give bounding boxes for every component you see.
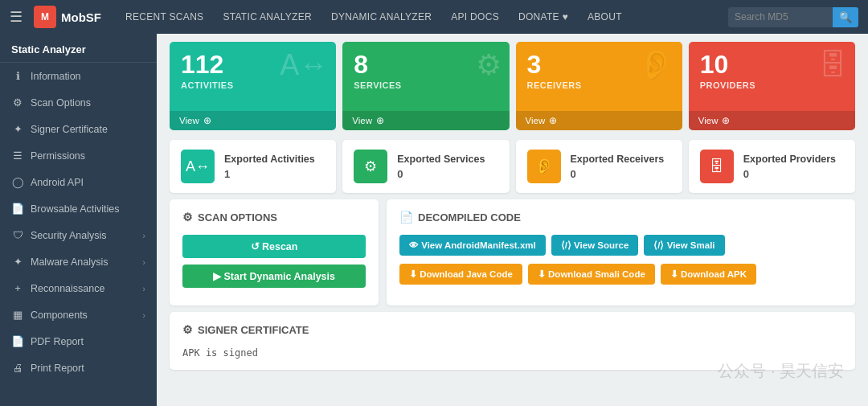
topnav-logo: M MobSF [34,6,101,28]
sidebar-item-malware-analysis[interactable]: ✦ Malware Analysis › [0,248,157,275]
rescan-button[interactable]: ↺ Rescan [182,235,366,258]
nav-api-docs[interactable]: API DOCS [443,6,507,27]
stat-card-services: ⚙ 8 SERVICES View ⊕ [342,42,509,130]
chevron-right-icon: › [142,284,145,293]
nav-static-analyzer[interactable]: STATIC ANALYZER [215,6,320,27]
list-icon: ☰ [11,150,24,162]
stat-cards-row: A↔ 112 ACTIVITIES View ⊕ ⚙ 8 SERVICES Vi… [157,34,868,135]
sidebar-item-reconnaissance[interactable]: + Reconnaissance › [0,275,157,301]
nav-donate[interactable]: DONATE ♥ [510,6,576,27]
arrow-right-icon: ⊕ [376,115,384,126]
shield-icon: 🛡 [11,229,24,241]
view-smali-button[interactable]: ⟨/⟩ View Smali [644,235,724,256]
arrow-right-icon: ⊕ [722,115,730,126]
exported-activities-title: Exported Activities [224,153,315,166]
exported-providers-title: Exported Providers [743,153,836,166]
topnav: ☰ M MobSF RECENT SCANS STATIC ANALYZER D… [0,0,868,34]
hamburger-icon[interactable]: ☰ [10,8,23,26]
exported-services-info: Exported Services 0 [397,153,485,179]
activities-bg-icon: A↔ [280,48,328,82]
android-icon: ◯ [11,176,24,188]
sidebar-item-permissions[interactable]: ☰ Permissions [0,142,157,169]
sidebar-item-information[interactable]: ℹ Information [0,63,157,89]
nav-recent-scans[interactable]: RECENT SCANS [117,6,211,27]
signer-section: ⚙ SIGNER CERTIFICATE APK is signed [157,312,868,376]
chevron-right-icon: › [142,310,145,320]
sidebar-item-label: Reconnaissance [31,283,136,294]
print-icon: 🖨 [11,362,24,374]
logo-text: MobSF [61,10,101,24]
signer-icon: ⚙ [182,323,193,336]
sidebar-item-label: Components [31,310,136,321]
download-smali-button[interactable]: ⬇ Download Smali Code [528,264,655,285]
receivers-view-button[interactable]: View ⊕ [516,111,682,130]
export-card-receivers: 👂 Exported Receivers 0 [516,140,682,193]
grid-icon: ▦ [11,309,24,321]
export-card-providers: 🗄 Exported Providers 0 [689,140,855,193]
signer-certificate-title: ⚙ SIGNER CERTIFICATE [182,323,842,336]
exported-activities-info: Exported Activities 1 [224,153,315,179]
signer-certificate-panel: ⚙ SIGNER CERTIFICATE APK is signed [170,312,855,370]
decompiled-code-title-text: DECOMPILED CODE [418,211,521,224]
sidebar-item-scan-options[interactable]: ⚙ Scan Options [0,89,157,116]
services-view-button[interactable]: View ⊕ [342,111,509,130]
providers-view-button[interactable]: View ⊕ [689,111,855,130]
chevron-right-icon: › [142,257,145,267]
sidebar-brand: Static Analyzer [0,34,157,63]
sidebar-item-print-report[interactable]: 🖨 Print Report [0,355,157,381]
exported-receivers-title: Exported Receivers [571,153,665,166]
sidebar-item-browsable-activities[interactable]: 📄 Browsable Activities [0,195,157,222]
download-java-button[interactable]: ⬇ Download Java Code [399,264,522,285]
receivers-bg-icon: 👂 [638,48,674,82]
logo-icon: M [34,6,56,28]
exported-services-count: 0 [397,168,485,180]
nav-dynamic-analyzer[interactable]: DYNAMIC ANALYZER [323,6,440,27]
topnav-links: RECENT SCANS STATIC ANALYZER DYNAMIC ANA… [117,6,728,27]
sidebar-item-components[interactable]: ▦ Components › [0,301,157,328]
sidebar-item-pdf-report[interactable]: 📄 PDF Report [0,328,157,355]
sidebar-item-label: Information [31,71,145,82]
arrow-right-icon: ⊕ [203,115,211,126]
nav-about[interactable]: ABOUT [579,6,630,27]
search-input[interactable] [728,7,833,27]
download-apk-button[interactable]: ⬇ Download APK [661,264,756,285]
scan-options-panel: ⚙ SCAN OPTIONS ↺ Rescan ▶ Start Dynamic … [170,199,379,306]
stat-card-receivers: 👂 3 RECEIVERS View ⊕ [516,42,682,130]
cert-icon: ✦ [11,123,24,135]
arrow-right-icon: ⊕ [549,115,557,126]
start-dynamic-analysis-button[interactable]: ▶ Start Dynamic Analysis [182,265,366,288]
export-cards-row: A↔ Exported Activities 1 ⚙ Exported Serv… [157,135,868,199]
code-icon: 📄 [399,211,413,224]
activities-view-button[interactable]: View ⊕ [170,111,336,130]
sidebar-item-label: Scan Options [31,97,145,109]
services-bg-icon: ⚙ [476,48,502,82]
topnav-search: 🔍 [728,7,858,27]
sidebar-item-android-api[interactable]: ◯ Android API [0,169,157,195]
view-source-button[interactable]: ⟨/⟩ View Source [551,235,639,256]
decompiled-code-title: 📄 DECOMPILED CODE [399,211,842,224]
sidebar-item-security-analysis[interactable]: 🛡 Security Analysis › [0,222,157,248]
stat-card-providers: 🗄 10 PROVIDERS View ⊕ [689,42,855,130]
signer-certificate-text: APK is signed [182,347,842,359]
sidebar-item-label: Signer Certificate [31,124,145,135]
scan-options-title: ⚙ SCAN OPTIONS [182,211,366,224]
panels-row: ⚙ SCAN OPTIONS ↺ Rescan ▶ Start Dynamic … [157,199,868,312]
decompiled-download-buttons: ⬇ Download Java Code ⬇ Download Smali Co… [399,264,842,285]
sidebar-item-label: PDF Report [31,336,145,347]
sidebar: Static Analyzer ℹ Information ⚙ Scan Opt… [0,34,157,406]
exported-providers-info: Exported Providers 0 [743,153,836,179]
exported-receivers-info: Exported Receivers 0 [571,153,665,179]
decompiled-code-panel: 📄 DECOMPILED CODE 👁 View AndroidManifest… [387,199,855,306]
view-manifest-button[interactable]: 👁 View AndroidManifest.xml [399,235,546,256]
chevron-right-icon: › [142,231,145,240]
sidebar-item-label: Malware Analysis [31,256,136,268]
search-button[interactable]: 🔍 [833,7,858,27]
sidebar-item-signer-certificate[interactable]: ✦ Signer Certificate [0,116,157,142]
exported-services-icon: ⚙ [354,150,387,183]
sidebar-item-label: Permissions [31,150,145,162]
pdf-icon: 📄 [11,335,24,347]
exported-activities-icon: A↔ [181,150,215,183]
export-card-activities: A↔ Exported Activities 1 [170,140,336,193]
sidebar-item-label: Print Report [31,363,145,374]
sidebar-item-label: Security Analysis [31,230,136,241]
